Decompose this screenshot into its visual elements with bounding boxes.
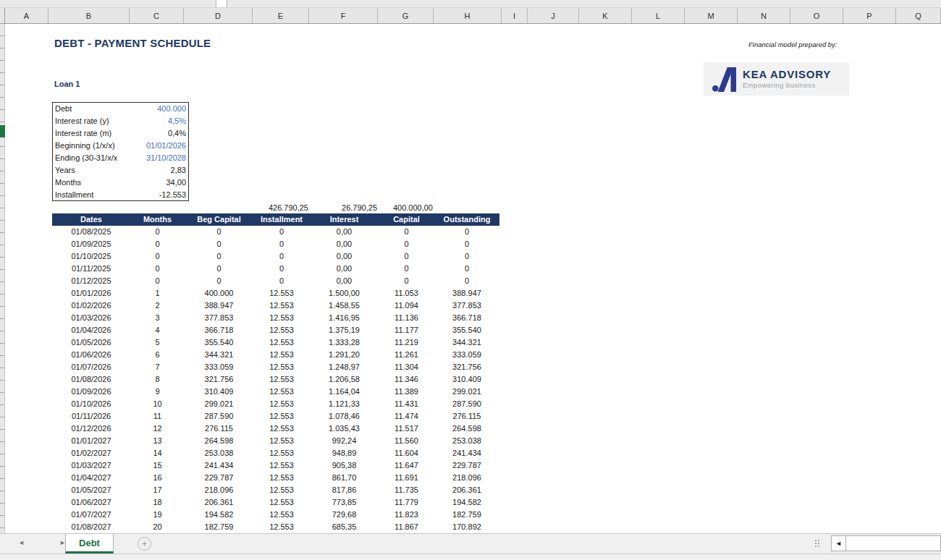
column-header-k[interactable]: K xyxy=(579,8,632,23)
cell[interactable]: 12 xyxy=(130,423,185,435)
cell[interactable]: 905,38 xyxy=(310,459,379,472)
cell[interactable]: 1.078,46 xyxy=(310,410,379,423)
cell[interactable]: 388.947 xyxy=(185,300,253,312)
cell[interactable]: 0 xyxy=(130,226,185,238)
cell[interactable]: 948,89 xyxy=(310,447,379,459)
cell[interactable]: 377.853 xyxy=(185,312,253,324)
cell[interactable]: 10 xyxy=(130,398,185,410)
cell[interactable]: 11.346 xyxy=(379,373,434,386)
cell[interactable]: 333.059 xyxy=(185,361,253,373)
column-header-h[interactable]: H xyxy=(434,8,502,23)
cell[interactable]: 1.164,04 xyxy=(310,386,379,398)
cell[interactable]: 0,00 xyxy=(310,263,379,275)
cell[interactable]: 0,00 xyxy=(310,250,379,263)
column-header-f[interactable]: F xyxy=(309,8,378,23)
cell[interactable]: 241.434 xyxy=(434,447,499,459)
cell[interactable]: 01/04/2027 xyxy=(52,472,130,484)
cell[interactable]: 11.604 xyxy=(379,447,434,459)
cell[interactable]: 170.892 xyxy=(434,521,499,533)
cell[interactable]: 0 xyxy=(130,238,185,250)
cell[interactable]: 14 xyxy=(130,447,185,459)
cell[interactable]: 11.560 xyxy=(379,435,434,447)
cell[interactable]: 218.096 xyxy=(185,484,253,496)
cell[interactable]: 299.021 xyxy=(185,398,253,410)
cell[interactable]: 01/08/2025 xyxy=(52,226,130,238)
cell[interactable]: 12.553 xyxy=(253,324,310,336)
cell[interactable]: 264.598 xyxy=(434,423,499,435)
cell[interactable]: 0 xyxy=(185,226,253,238)
cell[interactable]: 01/10/2026 xyxy=(52,398,130,410)
horizontal-scrollbar[interactable]: ◄ xyxy=(831,535,941,551)
cell[interactable]: 12.553 xyxy=(253,459,310,472)
column-header-b[interactable]: B xyxy=(48,8,130,23)
cell[interactable]: 01/05/2027 xyxy=(52,484,130,496)
cell[interactable]: 01/01/2027 xyxy=(52,435,130,447)
cell[interactable]: 1.248,97 xyxy=(310,361,379,373)
param-value[interactable]: 31/10/2028 xyxy=(146,152,186,164)
cell[interactable]: 0 xyxy=(253,226,310,238)
cell[interactable]: 0 xyxy=(253,250,310,263)
column-header-n[interactable]: N xyxy=(738,8,790,23)
param-value[interactable]: 4,5% xyxy=(168,115,186,127)
scroll-left-button[interactable]: ◄ xyxy=(832,536,846,551)
cell[interactable]: 11.779 xyxy=(379,496,434,509)
cell[interactable]: 400.000 xyxy=(185,287,253,300)
cell[interactable]: 321.756 xyxy=(185,373,253,386)
cell[interactable]: 11.517 xyxy=(379,423,434,435)
cell[interactable]: 377.853 xyxy=(434,300,499,312)
cell[interactable]: 11.431 xyxy=(379,398,434,410)
column-header-e[interactable]: E xyxy=(253,8,309,23)
cell[interactable]: 18 xyxy=(130,496,185,509)
cell[interactable]: 0 xyxy=(434,250,499,263)
cell[interactable]: 1.458,55 xyxy=(310,300,379,312)
cell[interactable]: 1.416,95 xyxy=(310,312,379,324)
scrollbar-splitter-handle[interactable] xyxy=(815,540,819,547)
cell[interactable]: 773,85 xyxy=(310,496,379,509)
cell[interactable]: 12.553 xyxy=(253,423,310,435)
cell[interactable]: 0,00 xyxy=(310,226,379,238)
cell[interactable]: 355.540 xyxy=(434,324,499,336)
cell[interactable]: 344.321 xyxy=(185,349,253,361)
cell[interactable]: 276.115 xyxy=(434,410,499,423)
cell[interactable]: 11.094 xyxy=(379,300,434,312)
add-sheet-button[interactable]: + xyxy=(138,537,151,551)
cell[interactable]: 299.021 xyxy=(434,386,499,398)
cell[interactable]: 253.038 xyxy=(185,447,253,459)
cell[interactable]: 11.867 xyxy=(379,521,434,533)
cell[interactable]: 1.375,19 xyxy=(310,324,379,336)
cell[interactable]: 01/12/2026 xyxy=(52,423,130,435)
cell[interactable]: 287.590 xyxy=(434,398,499,410)
cell[interactable]: 287.590 xyxy=(185,410,253,423)
cell[interactable]: 0 xyxy=(253,238,310,250)
cell[interactable]: 12.553 xyxy=(253,410,310,423)
cell[interactable]: 1.333,28 xyxy=(310,336,379,349)
cell[interactable]: 01/03/2026 xyxy=(52,312,130,324)
cell[interactable]: 229.787 xyxy=(185,472,253,484)
cell[interactable]: 0 xyxy=(185,275,253,287)
cell[interactable]: 11.389 xyxy=(379,386,434,398)
cell[interactable]: 0 xyxy=(379,238,434,250)
cell[interactable]: 13 xyxy=(130,435,185,447)
cell[interactable]: 1.121,33 xyxy=(310,398,379,410)
cell[interactable]: 01/06/2026 xyxy=(52,349,130,361)
cell[interactable]: 11.691 xyxy=(379,472,434,484)
cell[interactable]: 12.553 xyxy=(253,287,310,300)
cell[interactable]: 01/04/2026 xyxy=(52,324,130,336)
column-header-l[interactable]: L xyxy=(632,8,685,23)
scrollbar-track[interactable] xyxy=(846,536,940,551)
cell[interactable]: 333.059 xyxy=(434,349,499,361)
cell[interactable]: 01/07/2027 xyxy=(52,509,130,521)
cell[interactable]: 17 xyxy=(130,484,185,496)
cell[interactable]: 992,24 xyxy=(310,435,379,447)
column-header-o[interactable]: O xyxy=(790,8,843,23)
cell[interactable]: 1.500,00 xyxy=(310,287,379,300)
cell[interactable]: 0 xyxy=(434,263,499,275)
cell[interactable]: 19 xyxy=(130,509,185,521)
cell[interactable]: 01/07/2026 xyxy=(52,361,130,373)
cell[interactable]: 218.096 xyxy=(434,472,499,484)
param-value[interactable]: 01/01/2026 xyxy=(146,140,186,152)
column-header-q[interactable]: Q xyxy=(896,8,941,23)
cell[interactable]: 12.553 xyxy=(253,496,310,509)
cell[interactable]: 01/02/2026 xyxy=(52,300,130,312)
cell[interactable]: 0 xyxy=(130,250,185,263)
